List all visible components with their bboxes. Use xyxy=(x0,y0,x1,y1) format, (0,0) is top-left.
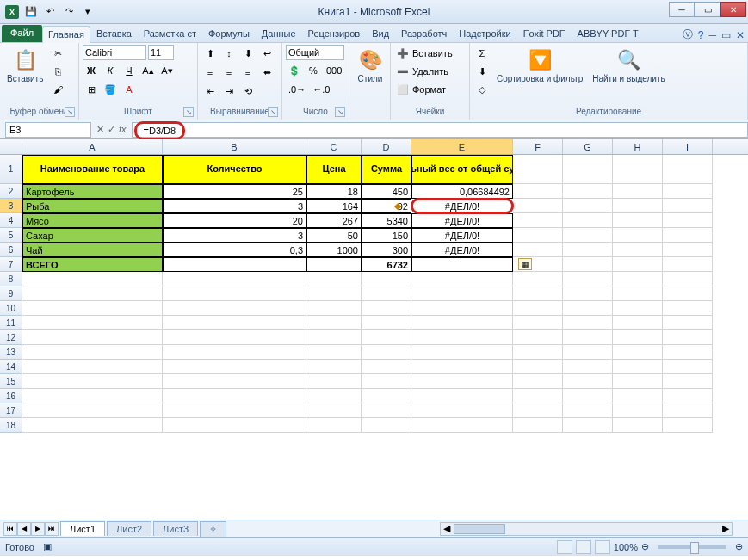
col-header-H[interactable]: H xyxy=(613,139,663,154)
font-name-combo[interactable] xyxy=(83,45,146,60)
cell[interactable]: Сумма xyxy=(362,155,411,184)
cell[interactable] xyxy=(22,418,163,433)
cell[interactable] xyxy=(663,155,713,184)
save-button[interactable]: 💾 xyxy=(22,3,40,21)
cell[interactable]: #ДЕЛ/0! xyxy=(411,213,513,228)
cell[interactable] xyxy=(163,257,306,272)
cell[interactable]: Удельный вес от общей суммы xyxy=(411,155,513,184)
cell[interactable] xyxy=(563,257,613,272)
row-header-5[interactable]: 5 xyxy=(0,228,22,243)
horizontal-scrollbar[interactable]: ◀▶ xyxy=(440,522,733,536)
cell[interactable] xyxy=(513,243,563,257)
cell[interactable] xyxy=(163,403,306,418)
cell[interactable] xyxy=(411,257,513,272)
maximize-button[interactable]: ▭ xyxy=(695,2,720,17)
cell[interactable] xyxy=(306,389,362,403)
cell[interactable] xyxy=(362,374,411,389)
bold-button[interactable]: Ж xyxy=(83,62,100,79)
cell[interactable] xyxy=(306,418,362,433)
sheet-nav-next[interactable]: ▶ xyxy=(31,522,45,536)
cell[interactable] xyxy=(663,330,713,345)
cell[interactable]: 300 xyxy=(362,243,411,257)
cell-selected[interactable]: #ДЕЛ/0! xyxy=(411,199,513,213)
pagelayout-view-button[interactable] xyxy=(576,540,591,554)
format-painter-button[interactable]: 🖌 xyxy=(49,81,66,98)
cell[interactable] xyxy=(613,330,663,345)
tab-formulas[interactable]: Формулы xyxy=(202,25,256,42)
cell[interactable]: 0,3 xyxy=(163,243,306,257)
sheet-tab-3[interactable]: Лист3 xyxy=(153,521,198,536)
cell[interactable] xyxy=(663,272,713,286)
cell[interactable]: ВСЕГО xyxy=(22,257,163,272)
cell[interactable]: 1000 xyxy=(306,243,362,257)
close-button[interactable]: ✕ xyxy=(720,2,746,17)
clear-icon[interactable]: ◇ xyxy=(473,81,491,98)
col-header-C[interactable]: C xyxy=(306,139,362,154)
cell[interactable] xyxy=(663,199,713,213)
cell[interactable] xyxy=(613,155,663,184)
align-top-icon[interactable]: ⬆ xyxy=(201,45,219,62)
cell[interactable]: #ДЕЛ/0! xyxy=(411,228,513,243)
autosum-icon[interactable]: Σ xyxy=(473,45,491,62)
cell[interactable] xyxy=(613,418,663,433)
row-header-2[interactable]: 2 xyxy=(0,184,22,199)
cell[interactable] xyxy=(22,286,163,301)
cell[interactable] xyxy=(663,286,713,301)
tab-addins[interactable]: Надстройки xyxy=(453,25,516,42)
cell[interactable] xyxy=(513,155,563,184)
delete-cells-button[interactable]: ➖ Удалить xyxy=(394,63,467,80)
cell[interactable] xyxy=(563,301,613,316)
doc-restore-icon[interactable]: ▭ xyxy=(721,29,731,41)
cell[interactable] xyxy=(513,418,563,433)
cell[interactable] xyxy=(163,286,306,301)
cell[interactable] xyxy=(306,257,362,272)
cell[interactable] xyxy=(613,316,663,330)
row-header-3[interactable]: 3 xyxy=(0,199,22,213)
cell[interactable] xyxy=(663,243,713,257)
decrease-decimal-icon[interactable]: ←.0 xyxy=(310,81,332,98)
format-cells-button[interactable]: ⬜ Формат xyxy=(394,81,467,98)
cell[interactable] xyxy=(563,228,613,243)
row-header-1[interactable]: 1 xyxy=(0,155,22,184)
copy-button[interactable]: ⎘ xyxy=(49,63,66,80)
excel-app-icon[interactable]: X xyxy=(3,3,21,21)
cell[interactable] xyxy=(563,403,613,418)
cell[interactable] xyxy=(362,418,411,433)
row-header-12[interactable]: 12 xyxy=(0,330,22,345)
decrease-font-icon[interactable]: A▾ xyxy=(158,62,176,79)
cell[interactable] xyxy=(563,418,613,433)
cell[interactable] xyxy=(163,330,306,345)
align-center-icon[interactable]: ≡ xyxy=(220,64,238,81)
border-button[interactable]: ⊞ xyxy=(83,81,100,98)
align-bottom-icon[interactable]: ⬇ xyxy=(239,45,257,62)
cell[interactable] xyxy=(563,286,613,301)
new-sheet-button[interactable]: ✧ xyxy=(200,521,226,537)
cell[interactable] xyxy=(563,243,613,257)
cell[interactable] xyxy=(163,316,306,330)
cell[interactable] xyxy=(411,418,513,433)
doc-minimize-icon[interactable]: ─ xyxy=(708,29,716,41)
cell[interactable] xyxy=(563,272,613,286)
cell[interactable]: Рыба xyxy=(22,199,163,213)
row-header-10[interactable]: 10 xyxy=(0,301,22,316)
cell[interactable] xyxy=(563,330,613,345)
cell[interactable] xyxy=(306,374,362,389)
sheet-nav-last[interactable]: ⏭ xyxy=(45,522,59,536)
cell[interactable] xyxy=(362,301,411,316)
row-header-4[interactable]: 4 xyxy=(0,213,22,228)
cell[interactable] xyxy=(613,301,663,316)
font-color-button[interactable]: A xyxy=(121,81,138,98)
col-header-A[interactable]: A xyxy=(22,139,163,154)
sheet-tab-2[interactable]: Лист2 xyxy=(107,521,151,536)
wrap-text-icon[interactable]: ↩ xyxy=(258,45,275,62)
cell[interactable] xyxy=(663,213,713,228)
tab-abbyy[interactable]: ABBYY PDF T xyxy=(572,25,645,42)
cell[interactable] xyxy=(613,257,663,272)
file-tab[interactable]: Файл xyxy=(2,25,42,42)
cell[interactable] xyxy=(163,418,306,433)
cell[interactable] xyxy=(513,286,563,301)
worksheet-grid[interactable]: A B C D E F G H I 1 Наименование товара … xyxy=(0,139,748,520)
cell[interactable] xyxy=(563,345,613,360)
cell[interactable] xyxy=(563,360,613,374)
sort-filter-button[interactable]: 🔽 Сортировка и фильтр xyxy=(493,45,586,85)
